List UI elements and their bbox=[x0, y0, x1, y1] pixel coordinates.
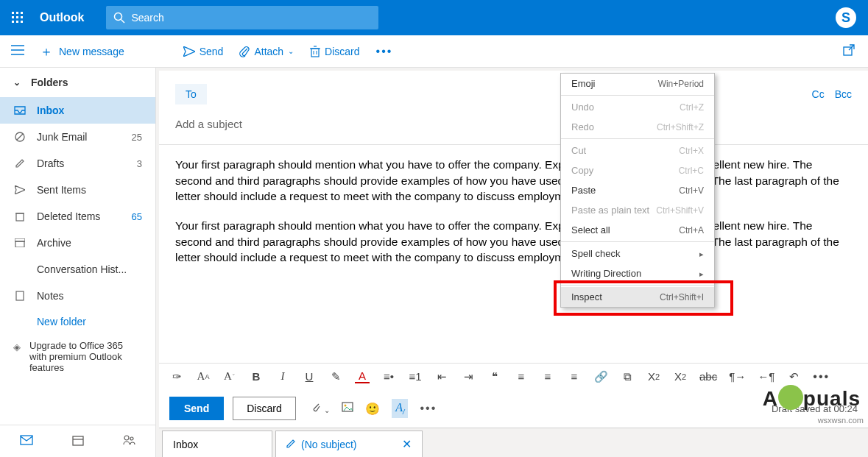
cc-link[interactable]: Cc bbox=[812, 88, 825, 100]
folders-header[interactable]: ⌄ Folders bbox=[0, 68, 155, 97]
to-button[interactable]: To bbox=[175, 84, 207, 104]
align-left-icon[interactable]: ≡ bbox=[514, 370, 529, 383]
sidebar-bottom-nav bbox=[0, 425, 155, 457]
emoji-icon[interactable]: 🙂 bbox=[365, 402, 380, 416]
format-painter-icon[interactable]: ✑ bbox=[169, 370, 184, 383]
strikethrough-icon[interactable]: abc bbox=[699, 370, 717, 383]
highlight-icon[interactable]: ✎ bbox=[328, 370, 343, 383]
link-icon[interactable]: 🔗 bbox=[593, 370, 608, 383]
search-box[interactable]: Search bbox=[106, 6, 378, 29]
top-bar: Outlook Search S bbox=[0, 0, 868, 35]
sidebar-item-inbox[interactable]: Inbox bbox=[0, 97, 155, 124]
body-paragraph: Your first paragraph should mention what… bbox=[175, 157, 852, 205]
undo-icon[interactable]: ↶ bbox=[786, 370, 801, 383]
discard-button[interactable]: Discard bbox=[233, 397, 295, 420]
italic-icon[interactable]: I bbox=[275, 370, 290, 383]
cm-label: Paste bbox=[571, 185, 596, 196]
cm-writing-direction[interactable]: Writing Direction bbox=[561, 263, 714, 283]
discard-command[interactable]: Discard bbox=[310, 46, 359, 57]
chevron-right-icon bbox=[699, 248, 704, 259]
send-label: Send bbox=[200, 46, 224, 57]
attach-command[interactable]: Attach ⌄ bbox=[239, 46, 294, 57]
send-command[interactable]: Send bbox=[183, 46, 224, 57]
cm-separator bbox=[561, 138, 714, 139]
subject-row bbox=[159, 109, 868, 140]
cm-spell-check[interactable]: Spell check bbox=[561, 244, 714, 263]
align-center-icon[interactable]: ≡ bbox=[540, 370, 555, 383]
format-more-icon[interactable]: ••• bbox=[813, 370, 830, 383]
svg-rect-7 bbox=[16, 21, 18, 23]
chevron-down-icon: ⌄ bbox=[13, 77, 21, 88]
svg-rect-25 bbox=[15, 241, 24, 247]
body: ⌄ Folders Inbox Junk Email 25 Drafts 3 S… bbox=[0, 68, 868, 457]
sidebar-item-sent[interactable]: Sent Items bbox=[0, 177, 155, 203]
send-row-icons: ⌄ 🙂 A/ ••• bbox=[311, 399, 437, 418]
bcc-link[interactable]: Bcc bbox=[835, 88, 852, 100]
more-commands-icon[interactable]: ••• bbox=[376, 45, 393, 58]
underline-icon[interactable]: U bbox=[302, 370, 317, 383]
nav-toggle-icon[interactable] bbox=[0, 45, 35, 58]
block-icon bbox=[13, 132, 27, 142]
sidebar-item-conversation[interactable]: Conversation Hist... bbox=[0, 256, 155, 283]
mail-icon[interactable] bbox=[20, 435, 33, 447]
cm-emoji[interactable]: EmojiWin+Period bbox=[561, 74, 714, 93]
svg-rect-2 bbox=[21, 12, 23, 14]
cm-paste[interactable]: PasteCtrl+V bbox=[561, 180, 714, 200]
close-icon[interactable]: ✕ bbox=[402, 437, 412, 451]
align-right-icon[interactable]: ≡ bbox=[567, 370, 582, 383]
cm-shortcut: Ctrl+Shift+I bbox=[660, 292, 704, 302]
subscript-icon[interactable]: X2 bbox=[673, 370, 688, 383]
cm-copy: CopyCtrl+C bbox=[561, 160, 714, 180]
svg-rect-4 bbox=[16, 16, 18, 18]
cm-shortcut: Ctrl+Shift+V bbox=[656, 205, 704, 216]
superscript-icon[interactable]: X2 bbox=[646, 370, 661, 383]
calendar-icon[interactable] bbox=[72, 434, 84, 448]
tab-inbox[interactable]: Inbox bbox=[162, 431, 272, 457]
svg-rect-3 bbox=[12, 16, 14, 18]
cm-inspect[interactable]: InspectCtrl+Shift+I bbox=[561, 287, 714, 307]
sidebar-item-junk[interactable]: Junk Email 25 bbox=[0, 124, 155, 150]
ltr-icon[interactable]: ¶→ bbox=[729, 370, 746, 383]
pencil-icon bbox=[286, 439, 295, 450]
tab-compose[interactable]: (No subject) ✕ bbox=[275, 431, 423, 457]
new-message-label: New message bbox=[59, 46, 124, 57]
people-icon[interactable] bbox=[123, 435, 136, 447]
skype-icon[interactable]: S bbox=[836, 7, 856, 28]
sidebar-item-archive[interactable]: Archive bbox=[0, 230, 155, 256]
folder-name: Junk Email bbox=[37, 131, 121, 143]
unlink-icon[interactable]: ⧉ bbox=[620, 370, 635, 383]
popout-icon[interactable] bbox=[843, 44, 855, 59]
font-size-up-icon[interactable]: AA bbox=[196, 370, 211, 383]
numbering-icon[interactable]: ≡1 bbox=[408, 370, 423, 383]
watermark-text: wsxwsn.com bbox=[818, 416, 864, 425]
new-message-button[interactable]: ＋ New message bbox=[40, 43, 124, 60]
send-more-icon[interactable]: ••• bbox=[420, 402, 437, 415]
message-body[interactable]: Your first paragraph should mention what… bbox=[159, 145, 868, 363]
sidebar-item-drafts[interactable]: Drafts 3 bbox=[0, 150, 155, 177]
font-size-down-icon[interactable]: A˅ bbox=[222, 370, 237, 383]
subject-input[interactable] bbox=[175, 118, 852, 130]
svg-rect-5 bbox=[21, 16, 23, 18]
quote-icon[interactable]: ❝ bbox=[487, 370, 502, 383]
rtl-icon[interactable]: ←¶ bbox=[758, 370, 775, 383]
outdent-icon[interactable]: ⇤ bbox=[434, 370, 449, 383]
note-icon bbox=[13, 291, 27, 301]
new-folder-link[interactable]: New folder bbox=[0, 309, 155, 334]
font-color-icon[interactable]: A bbox=[355, 369, 370, 383]
svg-rect-22 bbox=[16, 213, 24, 221]
svg-rect-6 bbox=[12, 21, 14, 23]
sidebar-item-deleted[interactable]: Deleted Items 65 bbox=[0, 203, 155, 230]
attach-icon[interactable]: ⌄ bbox=[311, 401, 330, 416]
image-icon[interactable] bbox=[342, 402, 353, 415]
upgrade-link[interactable]: ◈ Upgrade to Office 365 with premium Out… bbox=[0, 334, 155, 379]
sidebar-item-notes[interactable]: Notes bbox=[0, 283, 155, 309]
send-button[interactable]: Send bbox=[169, 397, 224, 420]
app-launcher-icon[interactable] bbox=[0, 0, 35, 35]
bullets-icon[interactable]: ≡• bbox=[381, 370, 396, 383]
to-input[interactable] bbox=[216, 84, 812, 104]
indent-icon[interactable]: ⇥ bbox=[461, 370, 476, 383]
bold-icon[interactable]: B bbox=[249, 370, 264, 383]
svg-line-21 bbox=[17, 134, 23, 140]
cm-select-all[interactable]: Select allCtrl+A bbox=[561, 220, 714, 240]
signature-icon[interactable]: A/ bbox=[392, 399, 408, 418]
